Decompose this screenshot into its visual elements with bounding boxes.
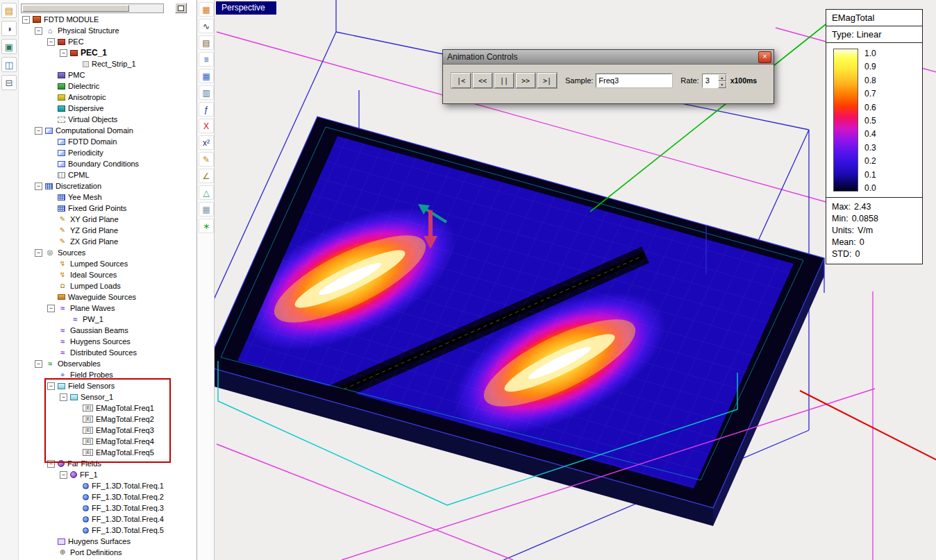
collapse-icon[interactable]	[47, 205, 55, 212]
collapse-icon[interactable]	[72, 416, 80, 423]
collapse-icon[interactable]	[72, 482, 80, 490]
tree-item[interactable]: EMagTotal.Freq4	[18, 436, 197, 447]
prism-icon[interactable]: △	[199, 185, 214, 200]
tree-item[interactable]: Field Probes	[18, 369, 197, 380]
collapse-icon[interactable]	[35, 183, 42, 190]
tree-item[interactable]: FF_1	[18, 469, 197, 480]
collapse-icon[interactable]	[47, 116, 55, 124]
tree-item[interactable]: CPML	[18, 169, 197, 180]
export-icon[interactable]: ◫	[1, 57, 17, 72]
collapse-icon[interactable]	[47, 305, 55, 312]
tree-item[interactable]: Fixed Grid Points	[18, 203, 197, 214]
collapse-icon[interactable]	[47, 83, 55, 90]
tree-item[interactable]: FDTD Domain	[18, 136, 197, 147]
tree-item[interactable]: Field Sensors	[18, 380, 197, 391]
tree-item[interactable]: Observables	[18, 358, 197, 369]
collapse-icon[interactable]	[72, 527, 80, 534]
collapse-icon[interactable]	[47, 382, 55, 390]
tree-item[interactable]: PEC_1	[18, 47, 197, 58]
tree-item[interactable]: Computational Domain	[18, 125, 197, 136]
collapse-icon[interactable]	[60, 471, 67, 479]
tree-item[interactable]: ZX Grid Plane	[18, 236, 197, 247]
tree-item[interactable]: Lumped Loads	[18, 280, 197, 291]
tree-item[interactable]: Lumped Sources	[18, 258, 197, 269]
edit-icon[interactable]: ✎	[199, 152, 214, 167]
collapse-icon[interactable]	[47, 160, 55, 168]
collapse-icon[interactable]	[47, 105, 55, 112]
last-frame-button[interactable]: >|	[537, 73, 557, 88]
collapse-icon[interactable]	[72, 504, 80, 512]
tree-item[interactable]: Sensor_1	[18, 391, 197, 402]
tree-item[interactable]: Ideal Sources	[18, 269, 197, 280]
tree-item[interactable]: Port Definitions	[18, 547, 197, 558]
spinner-down-icon[interactable]: ▼	[718, 81, 726, 88]
scrollbar-thumb[interactable]	[22, 5, 129, 12]
tree-scrollbar[interactable]	[21, 3, 164, 13]
collapse-icon[interactable]	[47, 260, 55, 268]
step-back-button[interactable]: <<	[473, 73, 492, 88]
collapse-icon[interactable]	[72, 60, 80, 68]
tree-item[interactable]: PW_1	[18, 314, 197, 325]
tree-item[interactable]: Periodicity	[18, 147, 197, 158]
collapse-icon[interactable]	[47, 216, 55, 223]
tree-item[interactable]: Discretization	[18, 180, 197, 192]
tree-item[interactable]: EMagTotal.Freq2	[18, 414, 197, 425]
collapse-icon[interactable]	[35, 127, 42, 135]
tree-item[interactable]: Physical Structure	[18, 25, 197, 36]
collapse-icon[interactable]	[47, 282, 55, 290]
project-icon[interactable]: ▤	[1, 3, 17, 18]
tree-item[interactable]: EMagTotal.Freq1	[18, 402, 197, 414]
tree-item[interactable]: FDTD MODULE	[18, 14, 197, 25]
tree-item[interactable]: Plane Waves	[18, 303, 197, 314]
tree-item[interactable]: FF_1.3D.Total.Freq.5	[18, 525, 197, 536]
tree-item[interactable]: Waveguide Sources	[18, 291, 197, 303]
collapse-icon[interactable]	[47, 294, 55, 301]
tree-item[interactable]: Dispersive	[18, 103, 197, 114]
tree-item[interactable]: YZ Grid Plane	[18, 225, 197, 236]
collapse-icon[interactable]	[72, 427, 80, 434]
collapse-icon[interactable]	[60, 393, 67, 401]
collapse-icon[interactable]	[47, 138, 55, 146]
collapse-icon[interactable]	[72, 438, 80, 446]
tree-item[interactable]: EMagTotal.Freq5	[18, 447, 197, 458]
delete-icon[interactable]: X	[199, 119, 214, 133]
materials-icon[interactable]: ◑	[1, 21, 17, 36]
new-item-icon[interactable]: ∗	[199, 219, 214, 233]
collapse-icon[interactable]	[72, 449, 80, 457]
mesh-icon[interactable]: ▦	[199, 69, 214, 83]
collapse-icon[interactable]	[47, 94, 55, 101]
tree-item[interactable]: Boundary Conditions	[18, 158, 197, 169]
tree-item[interactable]: FF_1.3D.Total.Freq.3	[18, 502, 197, 514]
grid-settings-icon[interactable]: ▦	[199, 202, 214, 217]
dialog-titlebar[interactable]: Animation Controls ×	[443, 50, 774, 65]
tree-item[interactable]: Sources	[18, 247, 197, 258]
collapse-icon[interactable]	[72, 405, 80, 412]
collapse-icon[interactable]	[72, 493, 80, 501]
collapse-icon[interactable]	[72, 516, 80, 523]
tree-item[interactable]: Distributed Sources	[18, 347, 197, 358]
tree-item[interactable]: Virtual Objects	[18, 114, 197, 125]
tree-item[interactable]: XY Grid Plane	[18, 214, 197, 225]
collapse-icon[interactable]	[47, 549, 55, 557]
layers-icon[interactable]: ≡	[199, 52, 214, 67]
collapse-icon[interactable]	[47, 338, 55, 346]
curve-icon[interactable]: ∿	[199, 19, 214, 33]
collapse-icon[interactable]	[47, 38, 55, 46]
angle-icon[interactable]: ∠	[199, 169, 214, 183]
detach-panel-button[interactable]	[175, 3, 187, 13]
first-frame-button[interactable]: |<	[451, 73, 471, 88]
table-icon[interactable]: ▥	[199, 85, 214, 100]
collapse-icon[interactable]	[47, 349, 55, 357]
tree-item[interactable]: PEC	[18, 36, 197, 47]
collapse-icon[interactable]	[47, 71, 55, 79]
close-icon[interactable]: ×	[758, 51, 771, 63]
tree-item[interactable]: FF_1.3D.Total.Freq.4	[18, 514, 197, 525]
animation-controls-dialog[interactable]: Animation Controls × |< << || >> >| Samp…	[442, 49, 774, 104]
field-overlay-icon[interactable]: ▦	[199, 2, 214, 17]
collapse-icon[interactable]	[47, 460, 55, 468]
tree-item[interactable]: Gaussian Beams	[18, 325, 197, 336]
equation-icon[interactable]: x²	[199, 135, 214, 150]
tree-item[interactable]: Dielectric	[18, 80, 197, 92]
rate-spinner[interactable]: 3 ▲ ▼	[702, 74, 727, 88]
collapse-icon[interactable]	[35, 249, 42, 257]
